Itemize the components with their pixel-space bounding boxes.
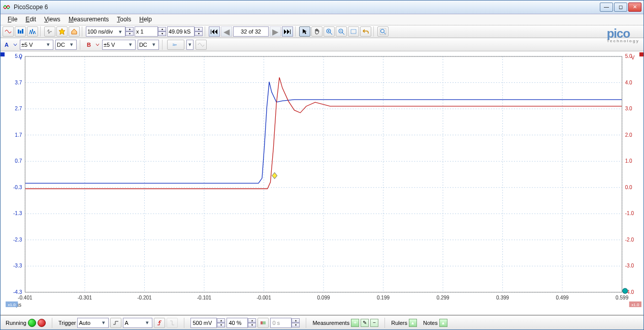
edit-measurement-button[interactable]: ✎	[361, 319, 369, 327]
trigger-mode-select[interactable]: Auto▾	[77, 318, 109, 328]
svg-text:x1.0: x1.0	[631, 303, 639, 307]
pretrigger-graphic-button[interactable]	[257, 318, 269, 328]
svg-rect-10	[351, 29, 356, 34]
svg-text:Σ±×: Σ±×	[173, 44, 177, 46]
svg-rect-79	[263, 321, 266, 324]
zoom-window-tool[interactable]	[348, 26, 359, 37]
chevron-down-icon[interactable]: ▾	[68, 41, 75, 48]
notes-toggle-button[interactable]: ▴	[439, 319, 447, 327]
svg-text:-0.101: -0.101	[197, 295, 212, 301]
svg-text:4.0: 4.0	[625, 80, 632, 85]
trigger-rising-button[interactable]	[154, 318, 165, 328]
buffer-next-button[interactable]: ▶	[270, 26, 281, 37]
delete-measurement-button[interactable]: −	[370, 319, 378, 327]
marquee-zoom-button[interactable]	[377, 26, 389, 37]
pretrigger-value[interactable]	[227, 318, 248, 328]
buffer-prev-button[interactable]: ◀	[221, 26, 232, 37]
menu-edit[interactable]: Edit	[22, 15, 39, 24]
timebase-control[interactable]: 100 ns/div▾ ▴▾	[86, 26, 134, 37]
home-button[interactable]	[69, 26, 80, 37]
timebase-up[interactable]: ▴	[125, 27, 134, 32]
spectrum-mode-button[interactable]	[27, 26, 38, 37]
chevron-down-icon[interactable]: ▾	[45, 41, 52, 48]
timebase-down[interactable]: ▾	[125, 32, 134, 36]
minimize-button[interactable]: —	[600, 3, 613, 12]
menu-tools[interactable]: Tools	[114, 15, 134, 24]
pico-logo: pico Technology	[607, 26, 639, 43]
scope-view[interactable]: -0.401-0.301-0.201-0.101-0.0010.0990.199…	[1, 51, 643, 315]
chevron-down-icon[interactable]: ▾	[150, 41, 157, 48]
stop-button[interactable]	[38, 319, 46, 327]
pretrigger-control[interactable]: ▴▾	[227, 318, 256, 328]
menu-measurements[interactable]: Measurements	[66, 15, 112, 24]
start-button[interactable]	[28, 319, 36, 327]
zoom-control[interactable]: x 1 ▴▾	[135, 26, 166, 37]
svg-line-8	[342, 33, 344, 35]
trigger-falling-button[interactable]	[167, 318, 178, 328]
svg-text:0.499: 0.499	[556, 295, 569, 301]
samples-down[interactable]: ▾	[195, 32, 203, 36]
channel-b-range[interactable]: ±5 V▾	[102, 40, 136, 50]
samples-control[interactable]: 49.09 kS ▴▾	[167, 26, 203, 37]
persistence-mode-button[interactable]	[15, 26, 26, 37]
svg-text:0.299: 0.299	[436, 295, 449, 301]
channel-a-range[interactable]: ±5 V▾	[20, 40, 53, 50]
zoom-value: x 1	[136, 28, 156, 35]
svg-rect-2	[22, 29, 23, 34]
add-measurement-button[interactable]: +	[351, 319, 359, 327]
scope-mode-button[interactable]	[3, 26, 14, 37]
chevron-down-icon[interactable]: ▾	[127, 41, 134, 48]
hand-tool[interactable]	[311, 26, 323, 37]
channel-b-options-icon[interactable]	[95, 42, 100, 47]
svg-text:3.7: 3.7	[15, 80, 22, 85]
title-bar: PicoScope 6 — ◻ ✕	[1, 1, 643, 14]
svg-point-11	[381, 29, 384, 33]
maximize-button[interactable]: ◻	[614, 3, 627, 12]
trigger-threshold-value[interactable]	[190, 318, 217, 328]
channel-a-options-icon[interactable]	[13, 42, 18, 47]
svg-text:-0.001: -0.001	[256, 295, 271, 301]
channel-b-coupling[interactable]: DC▾	[138, 40, 159, 50]
zoom-in-tool[interactable]	[324, 26, 335, 37]
auto-setup-button[interactable]	[56, 26, 68, 37]
zoom-out-tool[interactable]	[336, 26, 347, 37]
buffer-count[interactable]: 32 of 32	[233, 26, 269, 37]
undo-zoom-button[interactable]	[360, 26, 371, 37]
samples-up[interactable]: ▴	[195, 27, 203, 32]
rulers-toggle-button[interactable]: ▴	[409, 319, 417, 327]
svg-text:-0.301: -0.301	[78, 295, 92, 301]
zoom-down[interactable]: ▾	[158, 32, 166, 36]
buffer-first-button[interactable]: ⏮	[209, 26, 220, 37]
pointer-tool[interactable]	[299, 26, 310, 37]
trigger-channel-select[interactable]: A▾	[123, 318, 152, 328]
svg-text:-2.0: -2.0	[625, 237, 634, 243]
svg-rect-15	[1, 52, 5, 56]
svg-rect-16	[639, 52, 643, 56]
reference-waveform-button[interactable]	[196, 40, 207, 50]
channel-a-coupling[interactable]: DC▾	[55, 40, 77, 50]
trigger-threshold-control[interactable]: ▴▾	[190, 318, 225, 328]
svg-text:-1.0: -1.0	[625, 211, 634, 216]
chevron-down-icon[interactable]: ▾	[117, 28, 124, 35]
window-title: PicoScope 6	[14, 4, 600, 11]
svg-text:2.7: 2.7	[15, 106, 22, 111]
signal-gen-button[interactable]	[44, 26, 55, 37]
trigger-delay-value[interactable]	[270, 318, 292, 328]
math-channel-dropdown[interactable]: ▾	[186, 40, 194, 50]
buffer-last-button[interactable]: ⏭	[282, 26, 293, 37]
menu-views[interactable]: Views	[41, 15, 63, 24]
trigger-delay-control[interactable]: ▴▾	[270, 318, 300, 328]
svg-text:2.0: 2.0	[625, 132, 632, 138]
menu-file[interactable]: File	[5, 15, 20, 24]
svg-rect-1	[20, 31, 21, 34]
menu-help[interactable]: Help	[136, 15, 155, 24]
close-button[interactable]: ✕	[628, 3, 641, 12]
math-channel-button[interactable]: Σ±×	[167, 40, 184, 50]
timebase-value: 100 ns/div	[87, 28, 116, 35]
trigger-edge-button[interactable]	[110, 318, 121, 328]
svg-rect-78	[261, 321, 263, 324]
channel-b-label[interactable]: B	[85, 42, 93, 48]
status-bar: Running Trigger Auto▾ A▾ ▴▾ ▴▾	[1, 315, 643, 329]
zoom-up[interactable]: ▴	[158, 27, 166, 32]
channel-a-label[interactable]: A	[3, 42, 11, 48]
